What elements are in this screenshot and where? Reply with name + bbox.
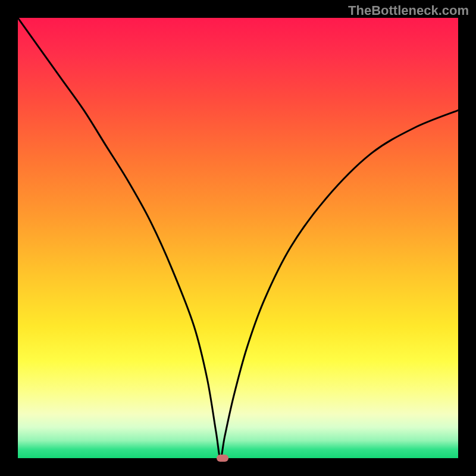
watermark-text: TheBottleneck.com: [348, 3, 469, 18]
plot-area: [18, 18, 458, 458]
chart-container: TheBottleneck.com: [0, 0, 476, 476]
bottleneck-curve: [18, 18, 458, 458]
minimum-marker: [217, 455, 228, 462]
